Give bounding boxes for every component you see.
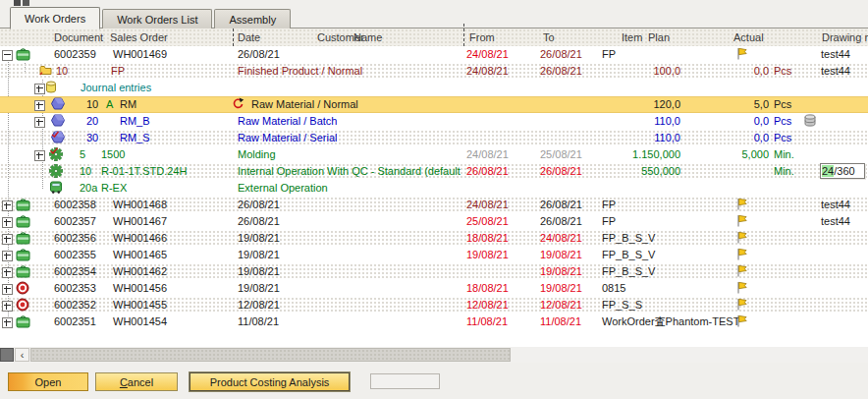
table-row[interactable]: 6002352WH00145512/08/2112/08/2112/08/21F… <box>0 297 868 314</box>
scroll-left-arrow[interactable]: ‹ <box>15 348 29 362</box>
journal-icon <box>45 81 57 93</box>
table-row[interactable]: 6002351WH00145411/08/2111/08/2111/08/21W… <box>0 314 868 330</box>
product-costing-analysis-button[interactable]: Product Costing Analysis <box>190 372 350 391</box>
work-order-icon <box>16 214 30 228</box>
flag-icon <box>736 231 748 244</box>
column-header-actual[interactable]: Actual <box>733 31 764 43</box>
stop-icon <box>16 281 29 295</box>
expand-toggle[interactable] <box>2 301 13 312</box>
row-code: 20 <box>86 115 98 128</box>
from-date: 18/08/21 <box>466 232 509 245</box>
column-header-sales-order[interactable]: Sales Order <box>110 31 168 43</box>
expand-toggle[interactable] <box>2 284 13 295</box>
expand-toggle[interactable] <box>2 251 13 261</box>
expand-toggle[interactable] <box>34 150 45 161</box>
table-row[interactable]: 20aR-EXExternal Operation <box>0 180 868 197</box>
column-header-document[interactable]: Document <box>54 31 103 43</box>
column-header-to[interactable]: To <box>543 31 555 43</box>
tab-bar: Work Orders Work Orders List Assembly <box>10 7 293 28</box>
cancel-button[interactable]: Cancel <box>95 372 178 391</box>
expand-toggle[interactable] <box>2 50 13 61</box>
item-code: FP <box>602 215 616 228</box>
column-header-date[interactable]: Date <box>238 31 260 43</box>
item-code: FP_B_S_V <box>602 232 655 245</box>
item-code: 0815 <box>602 282 625 295</box>
tab-assembly[interactable]: Assembly <box>214 9 291 28</box>
plan-quantity: 110,0 <box>654 115 680 128</box>
expand-toggle[interactable] <box>2 217 13 228</box>
work-order-icon <box>16 231 30 245</box>
table-row[interactable]: 20RM_BRaw Material / Batch110,00,0Pcs <box>0 113 868 130</box>
empty-field[interactable] <box>370 373 440 389</box>
expand-toggle[interactable] <box>34 84 45 94</box>
sales-order: WH001456 <box>113 282 167 295</box>
sales-order: WH001468 <box>113 199 167 211</box>
to-date: 26/08/21 <box>540 65 582 78</box>
description: 11/08/21 <box>238 315 279 328</box>
plan-quantity: 1.150,000 <box>632 148 680 161</box>
column-freeze-separator[interactable] <box>463 24 464 46</box>
flag-icon <box>736 314 748 327</box>
column-header-drawing[interactable]: Drawing n <box>822 31 868 43</box>
work-order-icon <box>16 47 30 61</box>
tab-label: Work Orders <box>25 13 85 25</box>
expand-toggle[interactable] <box>2 234 13 245</box>
table-row[interactable]: 6002357WH00146726/08/2125/08/2126/08/21F… <box>0 213 868 230</box>
description: Raw Material / Batch <box>238 115 337 128</box>
expand-toggle[interactable] <box>2 200 13 211</box>
actual-quantity: 5,0 <box>754 98 769 111</box>
to-date: 19/08/21 <box>540 265 582 278</box>
description: Raw Material / Normal <box>251 98 358 111</box>
description: 19/08/21 <box>238 232 280 245</box>
grid-header: Document Sales Order Date Customer Name … <box>0 28 868 47</box>
table-row[interactable]: 6002356WH00146619/08/2118/08/2124/08/21F… <box>0 230 868 247</box>
tab-work-orders[interactable]: Work Orders <box>10 7 100 29</box>
button-label: C <box>120 376 128 388</box>
scrollbar-thumb[interactable] <box>30 348 511 362</box>
refresh-icon <box>232 97 244 109</box>
from-date: 24/08/21 <box>466 65 509 78</box>
column-header-from[interactable]: From <box>469 31 495 43</box>
expand-toggle[interactable] <box>34 100 45 111</box>
expand-toggle[interactable] <box>2 317 13 328</box>
from-date: 25/08/21 <box>466 215 509 228</box>
table-row[interactable]: 30RM_SRaw Material / Serial110,00,0Pcs <box>0 130 868 146</box>
button-label: Product Costing Analysis <box>210 376 330 388</box>
from-date: 24/08/21 <box>466 199 509 211</box>
row-code: 20a <box>80 182 97 195</box>
material-hexagon-check-icon <box>51 131 65 143</box>
wait-time-field[interactable]: 24/360 <box>820 163 865 179</box>
item-code: FP_B_S_V <box>602 249 655 261</box>
scroll-corner-button[interactable] <box>0 348 14 362</box>
open-button[interactable]: Open <box>8 372 88 391</box>
column-header-item[interactable]: Item <box>622 31 642 43</box>
actual-quantity: 0,0 <box>754 65 769 78</box>
document-number: 6002354 <box>54 265 96 278</box>
tab-work-orders-list[interactable]: Work Orders List <box>102 9 212 28</box>
unit-of-measure: Pcs <box>774 98 791 111</box>
item-code: WorkOrder査Phantom-TEST <box>602 315 739 328</box>
table-row[interactable]: 10FPFinished Product / Normal24/08/2126/… <box>0 63 868 80</box>
status-marker: A <box>106 98 113 111</box>
table-row[interactable]: 10ARMRaw Material / Normal120,05,0Pcs <box>0 96 868 113</box>
document-number: 6002352 <box>54 299 96 312</box>
table-row[interactable]: 6002353WH00145619/08/2118/08/2119/08/210… <box>0 280 868 297</box>
table-row[interactable]: Journal entries <box>0 80 868 96</box>
table-row[interactable]: 51500Molding24/08/2125/08/211.150,0005,0… <box>0 146 868 163</box>
document-number: 6002359 <box>54 48 96 61</box>
table-row[interactable]: 6002355WH00146519/08/2119/08/2119/08/21F… <box>0 247 868 263</box>
table-row[interactable]: 10R-01-1T.STD.24HInternal Operation With… <box>0 163 868 180</box>
table-row[interactable]: 6002359WH00146926/08/2124/08/2126/08/21F… <box>0 46 868 63</box>
description: 26/08/21 <box>238 215 280 228</box>
expand-toggle[interactable] <box>2 267 13 278</box>
table-row[interactable]: 6002358WH00146826/08/2124/08/2126/08/21F… <box>0 197 868 213</box>
column-header-name[interactable]: Name <box>353 31 382 43</box>
expand-toggle[interactable] <box>34 117 45 128</box>
flag-icon <box>736 198 748 210</box>
document-number: 6002356 <box>54 232 96 245</box>
row-name: R-EX <box>101 182 127 195</box>
table-row[interactable]: 6002354WH00146219/08/2119/08/21FP_B_S_V <box>0 263 868 280</box>
work-orders-tree: 6002359WH00146926/08/2124/08/2126/08/21F… <box>0 46 868 330</box>
tab-label: Work Orders List <box>117 14 197 26</box>
column-header-plan[interactable]: Plan <box>648 31 670 43</box>
